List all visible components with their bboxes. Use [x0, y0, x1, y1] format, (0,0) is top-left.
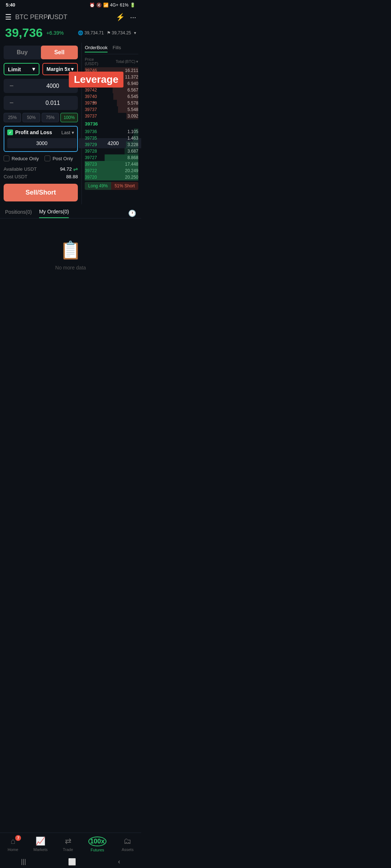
global-price: 🌐 39,734.71 [78, 30, 104, 35]
pnl-last-label: Last [62, 130, 71, 135]
post-only-option[interactable]: Post Only [45, 156, 73, 161]
pnl-inputs [7, 138, 74, 148]
globe-icon: 🌐 [78, 30, 83, 35]
short-percentage: 51% Short [111, 182, 138, 190]
chart-settings-icon[interactable]: ⚡ [116, 13, 125, 21]
stop-loss-input[interactable] [7, 138, 76, 148]
empty-icon: 📋 [60, 240, 81, 260]
header: ☰ BTC PERP/USDT ⚡ ··· [0, 10, 141, 24]
mid-price-value: 39736 [85, 121, 98, 127]
more-options-icon[interactable]: ··· [130, 13, 136, 21]
quantity-input[interactable] [17, 100, 89, 106]
available-value: 94.72 [60, 166, 72, 172]
available-value-row: 94.72 ⇌ [60, 166, 78, 173]
alarm-icon: ⏰ [89, 3, 95, 8]
leverage-overlay: Leverage [69, 72, 123, 88]
header-left: ☰ BTC PERP/USDT [5, 13, 67, 21]
pnl-label: ✓ Profit and Loss [7, 129, 52, 135]
qty-decrement-button[interactable]: − [7, 97, 17, 109]
status-icons: ⏰ 🔇 📶 4G+ 61% 🔋 [89, 3, 135, 8]
price-details: 🌐 39,734.71 ⚑ 39,734.25 ▾ [78, 30, 136, 35]
ob-price-header: Price (USDT) [85, 57, 98, 66]
reduce-only-label: Reduce Only [12, 156, 39, 161]
empty-text: No more data [55, 265, 86, 271]
tab-positions[interactable]: Positions(0) [5, 209, 32, 218]
tab-fills[interactable]: Fills [113, 45, 121, 52]
table-row: 39728 3.687 [85, 148, 138, 154]
ob-header: Price (USDT) Total (BTC) ▾ [85, 57, 138, 66]
quote-symbol: USDT [50, 13, 67, 21]
empty-state: 📋 No more data [0, 218, 141, 292]
quantity-input-row: − + [4, 96, 78, 110]
refresh-icon[interactable]: 🕐 [128, 209, 136, 217]
margin-chevron: ▾ [71, 66, 73, 72]
pct-25-button[interactable]: 25% [4, 113, 21, 122]
buy-sell-toggle: Buy Sell [4, 46, 78, 59]
long-percentage: Long 49% [85, 182, 111, 190]
signal-icon: 📶 [103, 3, 109, 8]
pnl-last-chevron: ▾ [72, 130, 74, 135]
trading-pair[interactable]: BTC PERP/USDT [15, 13, 67, 21]
order-type-select[interactable]: Limit ▾ [4, 63, 39, 75]
mid-price-divider: 39736 [85, 120, 138, 128]
chevron-down-icon[interactable]: ▾ [134, 30, 136, 35]
price-input-row: − + [4, 79, 78, 93]
table-row: 39736 1.105 [85, 128, 138, 135]
battery-icon: 🔋 [130, 3, 135, 8]
reduce-only-checkbox[interactable] [4, 156, 9, 161]
table-row: 39737 3.092 [85, 113, 138, 119]
price-row: 39,736 +6.39% 🌐 39,734.71 ⚑ 39,734.25 ▾ [0, 24, 141, 43]
sell-short-button[interactable]: Sell/Short [4, 184, 78, 201]
pnl-header: ✓ Profit and Loss Last ▾ [7, 129, 74, 135]
tab-my-orders[interactable]: My Orders(0) [39, 209, 69, 218]
table-row: 39739 5.578 [85, 100, 138, 106]
post-only-label: Post Only [52, 156, 73, 161]
tab-orderbook[interactable]: OrderBook [85, 45, 108, 52]
pct-75-button[interactable]: 75% [42, 113, 59, 122]
pct-50-button[interactable]: 50% [22, 113, 40, 122]
flag-icon: ⚑ [107, 30, 111, 35]
buy-orders: 39736 1.105 39735 1.463 39729 3.228 3972… [85, 128, 138, 180]
header-right: ⚡ ··· [116, 13, 136, 21]
positions-tabs: Positions(0) My Orders(0) 🕐 [0, 204, 141, 218]
longshort-bar: Long 49% 51% Short [85, 182, 138, 190]
sell-button[interactable]: Sell [41, 46, 78, 59]
table-row: 39737 5.548 [85, 106, 138, 113]
pnl-section: ✓ Profit and Loss Last ▾ [4, 126, 78, 152]
available-row: Available USDT 94.72 ⇌ [4, 166, 78, 173]
battery-label: 61% [120, 3, 129, 8]
flag-price-value: 39,734.25 [112, 30, 131, 35]
table-row: 39742 6.567 [85, 87, 138, 93]
table-row: 39722 20.249 [85, 167, 138, 174]
ob-total-header: Total (BTC) ▾ [115, 57, 138, 66]
transfer-icon[interactable]: ⇌ [73, 166, 78, 173]
mute-icon: 🔇 [96, 3, 102, 8]
orderbook-tabs: OrderBook Fills [85, 45, 138, 54]
pnl-checkbox[interactable]: ✓ [7, 129, 13, 135]
pnl-text: Profit and Loss [15, 129, 52, 135]
buy-button[interactable]: Buy [4, 46, 41, 59]
ob-sort-icon[interactable]: ▾ [136, 59, 138, 64]
pnl-last-dropdown[interactable]: Last ▾ [62, 130, 75, 135]
menu-icon[interactable]: ☰ [5, 13, 12, 21]
cost-value: 88.88 [66, 174, 78, 179]
base-symbol: BTC PERP [15, 13, 48, 21]
price-decrement-button[interactable]: − [7, 80, 17, 92]
post-only-checkbox[interactable] [45, 156, 50, 161]
pct-100-button[interactable]: 100% [60, 113, 78, 122]
options-row: Reduce Only Post Only [4, 156, 78, 161]
network-icon: 4G+ [110, 3, 118, 8]
order-type-chevron: ▾ [32, 66, 35, 72]
table-row: 39740 6.545 [85, 93, 138, 100]
trade-panel: Buy Sell Limit ▾ Margin 5x ▾ Leverage − … [0, 43, 82, 204]
margin-label: Margin 5x [47, 66, 70, 72]
flag-price: ⚑ 39,734.25 [107, 30, 131, 35]
table-row: 39729 3.228 [85, 141, 138, 148]
table-row: 39723 17.448 [85, 161, 138, 167]
reduce-only-option[interactable]: Reduce Only [4, 156, 39, 161]
table-row: 39720 20.250 [85, 174, 138, 180]
table-row: 39735 1.463 [85, 135, 138, 141]
price-change: +6.39% [46, 30, 64, 36]
order-type-label: Limit [8, 66, 21, 72]
pct-row: 25% 50% 75% 100% [4, 113, 78, 122]
